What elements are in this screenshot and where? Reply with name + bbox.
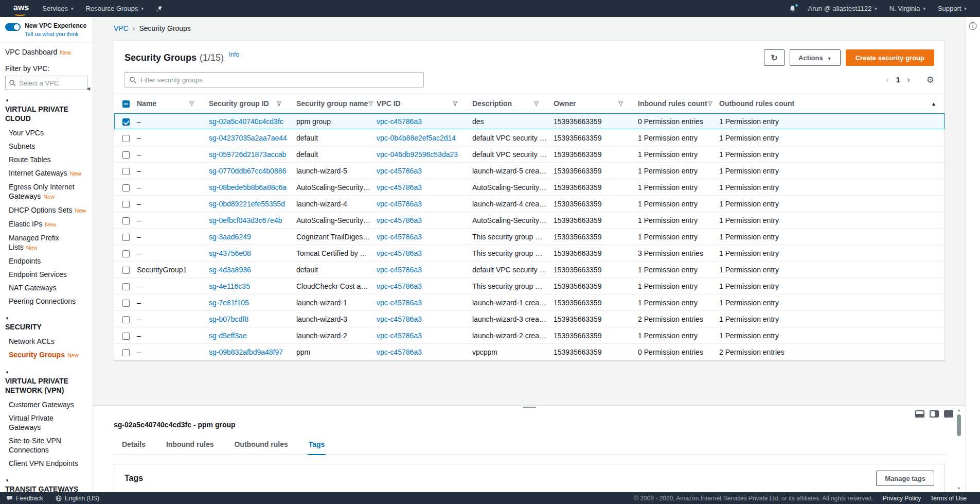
- vpc-id-link[interactable]: vpc-c45786a3: [377, 167, 422, 175]
- row-checkbox[interactable]: [122, 316, 130, 323]
- sidebar-item-subnets[interactable]: Subnets: [0, 140, 93, 153]
- section-collapse-icon[interactable]: ▼: [5, 316, 93, 321]
- sidebar-item-your-vpcs[interactable]: Your VPCs: [0, 126, 93, 140]
- security-group-id-link[interactable]: sg-0770ddb67cc4b0886: [209, 167, 286, 175]
- sidebar-item-virtual-private-gateways[interactable]: Virtual Private Gateways: [0, 411, 93, 434]
- pin-shortcut-icon[interactable]: [150, 0, 169, 17]
- security-group-id-link[interactable]: sg-b07bcdf8: [209, 315, 248, 323]
- row-checkbox[interactable]: [122, 118, 130, 126]
- tell-us-link[interactable]: Tell us what you think: [25, 31, 86, 37]
- vpc-filter-select[interactable]: [5, 76, 87, 90]
- info-circle-icon[interactable]: ⓘ: [966, 21, 980, 32]
- tab-details[interactable]: Details: [121, 437, 147, 455]
- previous-page-button[interactable]: ‹: [886, 76, 888, 84]
- row-checkbox[interactable]: [122, 234, 130, 241]
- security-group-id-link[interactable]: sg-43756e08: [209, 249, 251, 257]
- vpc-id-link[interactable]: vpc-c45786a3: [377, 299, 422, 307]
- manage-tags-button[interactable]: Manage tags: [876, 471, 934, 486]
- column-filter-icon[interactable]: [707, 101, 713, 107]
- table-row[interactable]: –sg-059726d21873accabdefaultvpc-046db925…: [114, 146, 945, 163]
- sidebar-item-site-to-site-vpn-connections[interactable]: Site-to-Site VPN Connections: [0, 434, 93, 457]
- sidebar-item-managed-prefix-lists[interactable]: Managed Prefix ListsNew: [0, 231, 93, 254]
- sidebar-item-egress-only-internet-gateways[interactable]: Egress Only Internet GatewaysNew: [0, 180, 93, 203]
- filter-security-groups-input[interactable]: [124, 72, 424, 88]
- refresh-button[interactable]: ↻: [764, 49, 785, 66]
- page-number[interactable]: 1: [896, 76, 900, 84]
- vpc-id-link[interactable]: vpc-c45786a3: [377, 200, 422, 208]
- row-checkbox[interactable]: [122, 283, 130, 290]
- split-horizontal-layout-icon[interactable]: [915, 410, 924, 418]
- support-menu[interactable]: Support ▾: [932, 0, 973, 17]
- language-selector[interactable]: English (US): [49, 495, 105, 502]
- full-panel-layout-icon[interactable]: [944, 410, 953, 418]
- sidebar-item-internet-gateways[interactable]: Internet GatewaysNew: [0, 166, 93, 180]
- account-menu[interactable]: Arun @ aliastest1122 ▾: [802, 0, 883, 17]
- security-group-id-link[interactable]: sg-3aad6249: [209, 233, 251, 241]
- vpc-id-link[interactable]: vpc-c45786a3: [377, 348, 422, 356]
- sidebar-item-dhcp-options-sets[interactable]: DHCP Options SetsNew: [0, 203, 93, 217]
- security-group-id-link[interactable]: sg-0efbcf043d3c67e4b: [209, 216, 282, 224]
- sidebar-item-client-vpn-endpoints[interactable]: Client VPN Endpoints: [0, 457, 93, 470]
- privacy-policy-link[interactable]: Privacy Policy: [883, 495, 921, 502]
- table-row[interactable]: –sg-b07bcdf8launch-wizard-3vpc-c45786a3l…: [114, 311, 945, 327]
- breadcrumb-vpc-link[interactable]: VPC: [114, 24, 129, 32]
- column-header-outbound-rules-count[interactable]: Outbound rules count: [719, 99, 945, 108]
- panel-resize-handle[interactable]: [523, 406, 536, 408]
- sidebar-item-endpoints[interactable]: Endpoints: [0, 254, 93, 268]
- vpc-id-link[interactable]: vpc-c45786a3: [377, 216, 422, 224]
- row-checkbox[interactable]: [122, 201, 130, 208]
- sidebar-collapse-button[interactable]: ◀: [85, 83, 92, 94]
- section-collapse-icon[interactable]: ▼: [5, 478, 93, 483]
- new-vpc-experience-toggle[interactable]: [5, 23, 21, 31]
- table-row[interactable]: –sg-3aad6249Cognizant TrailDigest (...vp…: [114, 229, 945, 245]
- table-row[interactable]: –sg-0bd89221efe55355dlaunch-wizard-4vpc-…: [114, 196, 945, 212]
- sidebar-item-peering-connections[interactable]: Peering Connections: [0, 294, 93, 308]
- table-row[interactable]: SecurityGroup1sg-4d3a8936defaultvpc-c457…: [114, 262, 945, 278]
- section-collapse-icon[interactable]: ▼: [5, 370, 93, 375]
- scrollbar-thumb[interactable]: [957, 414, 961, 436]
- feedback-button[interactable]: Feedback: [0, 495, 49, 502]
- row-checkbox[interactable]: [122, 349, 130, 356]
- row-checkbox[interactable]: [122, 135, 130, 142]
- terms-of-use-link[interactable]: Terms of Use: [930, 495, 967, 502]
- table-row[interactable]: –sg-7e81f105launch-wizard-1vpc-c45786a3l…: [114, 294, 945, 311]
- select-all-checkbox[interactable]: [122, 100, 130, 108]
- section-collapse-icon[interactable]: ▼: [5, 98, 93, 103]
- sidebar-item-vpc-dashboard[interactable]: VPC DashboardNew: [0, 43, 93, 59]
- column-header-description[interactable]: Description: [472, 99, 554, 108]
- tab-outbound-rules[interactable]: Outbound rules: [233, 437, 289, 455]
- security-group-id-link[interactable]: sg-09b832afbd9a48f97: [209, 348, 283, 356]
- row-checkbox[interactable]: [122, 217, 130, 224]
- tab-inbound-rules[interactable]: Inbound rules: [165, 437, 215, 455]
- column-header-security-group-name[interactable]: Security group name: [296, 99, 377, 108]
- table-row[interactable]: –sg-0efbcf043d3c67e4bAutoScaling-Securit…: [114, 212, 945, 229]
- table-row[interactable]: –sg-09b832afbd9a48f97ppmvpc-c45786a3vpcp…: [114, 344, 945, 360]
- sidebar-item-network-acls[interactable]: Network ACLs: [0, 335, 93, 348]
- security-group-id-link[interactable]: sg-4d3a8936: [209, 266, 251, 274]
- info-link[interactable]: Info: [229, 51, 239, 58]
- vpc-id-link[interactable]: vpc-c45786a3: [377, 315, 422, 323]
- scroll-up-arrow[interactable]: ▲: [956, 408, 961, 412]
- row-checkbox[interactable]: [122, 184, 130, 192]
- tab-tags[interactable]: Tags: [308, 437, 326, 455]
- security-group-id-link[interactable]: sg-0bd89221efe55355d: [209, 200, 285, 208]
- column-filter-icon[interactable]: [368, 101, 373, 107]
- sidebar-item-customer-gateways[interactable]: Customer Gateways: [0, 398, 93, 411]
- resource-groups-menu[interactable]: Resource Groups ▾: [80, 0, 150, 17]
- sidebar-item-endpoint-services[interactable]: Endpoint Services: [0, 268, 93, 281]
- table-row[interactable]: –sg-0770ddb67cc4b0886launch-wizard-5vpc-…: [114, 163, 945, 179]
- row-checkbox[interactable]: [122, 333, 130, 340]
- notifications-bell[interactable]: [783, 0, 802, 17]
- column-header-vpc-id[interactable]: VPC ID: [377, 99, 472, 108]
- column-filter-icon[interactable]: [189, 101, 194, 107]
- region-menu[interactable]: N. Virginia ▾: [883, 0, 932, 17]
- row-checkbox[interactable]: [122, 267, 130, 274]
- column-filter-icon[interactable]: [618, 101, 623, 107]
- services-menu[interactable]: Services ▾: [36, 0, 79, 17]
- vpc-id-link[interactable]: vpc-c45786a3: [377, 266, 422, 274]
- table-settings-gear-icon[interactable]: ⚙: [926, 75, 934, 85]
- security-group-id-link[interactable]: sg-4e116c35: [209, 282, 250, 290]
- sidebar-item-route-tables[interactable]: Route Tables: [0, 153, 93, 166]
- security-group-id-link[interactable]: sg-7e81f105: [209, 299, 249, 307]
- table-row[interactable]: –sg-08bede5b8b6a88c6aAutoScaling-Securit…: [114, 179, 945, 196]
